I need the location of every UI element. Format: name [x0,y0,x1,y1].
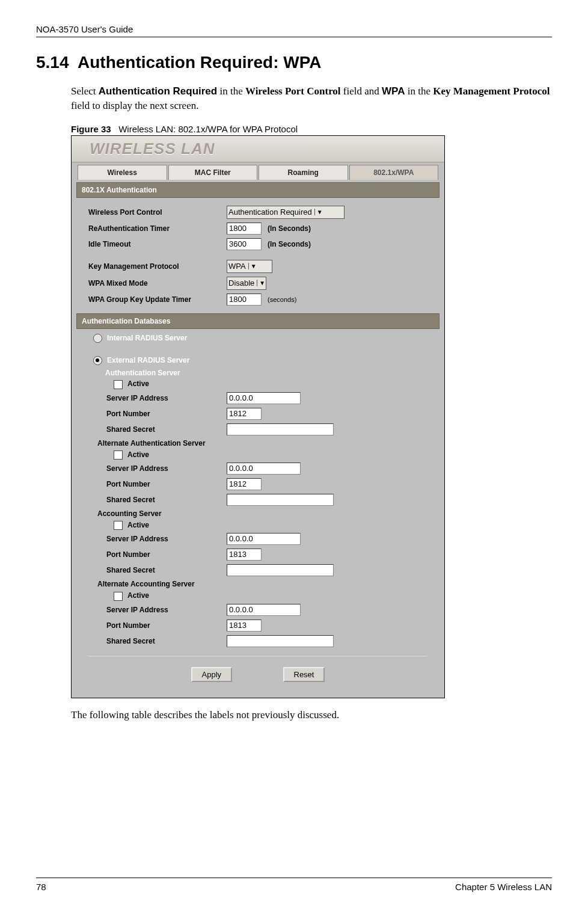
lbl-wpc: Wireless Port Control [76,208,227,217]
figure-label: Figure 33 [71,124,111,134]
t: Select [71,85,99,97]
section-hdr-8021x-auth: 802.1X Authentication [76,182,439,198]
lbl-auth-secret: Shared Secret [76,425,227,434]
heading-acct-server: Accounting Server [76,509,338,518]
radio-label: External RADIUS Server [107,356,189,364]
lbl-altauth-secret: Shared Secret [76,496,227,504]
unit-seconds: (In Seconds) [268,224,311,233]
t: in the [217,85,245,97]
figure-caption: Figure 33 Wireless LAN: 802.1x/WPA for W… [71,124,552,134]
tab-bar: Wireless MAC Filter Roaming 802.1x/WPA [72,162,444,180]
tab-8021x-wpa[interactable]: 802.1x/WPA [349,165,439,180]
input-auth-port[interactable]: 1812 [227,408,262,420]
checkbox-icon [114,450,123,460]
chevron-down-icon: ▼ [314,209,325,215]
input-altacct-ip[interactable]: 0.0.0.0 [227,604,301,616]
button-bar: Apply Reset [76,662,439,690]
lbl-auth-port: Port Number [76,410,227,418]
input-acct-port[interactable]: 1813 [227,549,262,561]
chevron-down-icon: ▼ [248,263,259,269]
divider [88,655,427,656]
unit-seconds: (In Seconds) [268,240,311,248]
section-heading: 5.14 Authentication Required: WPA [36,53,552,72]
lbl-kmp: Key Management Protocol [76,262,227,271]
input-altauth-secret[interactable] [227,494,334,506]
apply-button[interactable]: Apply [191,667,233,682]
t: in the [405,85,433,97]
section-title: Authentication Required: WPA [78,53,321,72]
row-group-key-timer: WPA Group Key Update Timer 1800 (seconds… [76,292,439,307]
input-acct-ip[interactable]: 0.0.0.0 [227,533,301,545]
figure-text: Wireless LAN: 802.1x/WPA for WPA Protoco… [118,124,298,134]
row-wpa-mixed: WPA Mixed Mode Disable▼ [76,275,439,292]
section-number: 5.14 [36,53,69,72]
input-altacct-secret[interactable] [227,635,334,647]
lbl-altauth-ip: Server IP Address [76,464,227,473]
lbl-acct-secret: Shared Secret [76,566,227,574]
select-kmp[interactable]: WPA▼ [227,260,272,273]
check-label: Active [127,521,149,529]
check-label: Active [127,591,149,600]
page-footer: 78 Chapter 5 Wireless LAN [36,878,552,892]
select-value: Disable [228,278,254,287]
select-mixed[interactable]: Disable▼ [227,277,266,290]
lbl-acct-port: Port Number [76,550,227,559]
input-gkt[interactable]: 1800 [227,294,262,306]
input-idle[interactable]: 3600 [227,238,262,250]
lbl-altacct-secret: Shared Secret [76,637,227,645]
select-wpc[interactable]: Authentication Required▼ [227,206,345,219]
radio-icon [93,334,102,343]
t: field to display the next screen. [71,100,198,111]
reset-button[interactable]: Reset [283,667,325,682]
select-value: Authentication Required [228,208,312,217]
t: WPA [382,85,405,97]
lbl-auth-ip: Server IP Address [76,394,227,402]
input-auth-ip[interactable]: 0.0.0.0 [227,392,301,404]
input-altauth-ip[interactable]: 0.0.0.0 [227,463,301,475]
radio-label: Internal RADIUS Server [107,334,187,342]
chevron-down-icon: ▼ [257,280,267,286]
screenshot-title: WIRELESS LAN [72,136,444,162]
heading-auth-server: Authentication Server [76,367,439,378]
section-hdr-auth-db: Authentication Databases [76,313,439,329]
check-altacct-active[interactable]: Active [76,590,439,601]
t: Wireless Port Control [245,85,341,97]
page-number: 78 [36,882,46,892]
t: Authentication Required [99,85,217,97]
heading-alt-acct-server: Alternate Accounting Server [76,580,338,588]
input-acct-secret[interactable] [227,564,334,576]
check-altauth-active[interactable]: Active [76,449,439,461]
tab-roaming[interactable]: Roaming [259,165,348,180]
select-value: WPA [228,262,246,271]
lbl-altauth-port: Port Number [76,480,227,488]
chapter-label: Chapter 5 Wireless LAN [455,882,552,892]
input-auth-secret[interactable] [227,423,334,435]
checkbox-icon [114,521,123,530]
t: field and [341,85,382,97]
unit-seconds-small: (seconds) [268,296,296,303]
doc-header: NOA-3570 User's Guide [36,24,552,37]
lbl-mixed: WPA Mixed Mode [76,279,227,287]
input-altacct-port[interactable]: 1813 [227,620,262,632]
check-auth-active[interactable]: Active [76,378,439,390]
row-wireless-port-control: Wireless Port Control Authentication Req… [76,204,439,221]
outro-text: The following table describes the labels… [71,708,552,722]
lbl-gkt: WPA Group Key Update Timer [76,295,227,304]
lbl-altacct-port: Port Number [76,621,227,630]
tab-wireless[interactable]: Wireless [78,165,167,180]
input-reauth[interactable]: 1800 [227,223,262,235]
radio-icon [93,356,102,365]
lbl-altacct-ip: Server IP Address [76,606,227,614]
intro-text: Select Authentication Required in the Wi… [71,84,552,113]
lbl-acct-ip: Server IP Address [76,535,227,543]
check-label: Active [127,380,149,388]
row-kmp: Key Management Protocol WPA▼ [76,258,439,275]
input-altauth-port[interactable]: 1812 [227,478,262,490]
radio-internal-radius[interactable]: Internal RADIUS Server [76,329,439,345]
screenshot-wireless-lan: WIRELESS LAN Wireless MAC Filter Roaming… [71,135,445,698]
tab-mac-filter[interactable]: MAC Filter [168,165,258,180]
lbl-idle: Idle Timeout [76,240,227,248]
heading-alt-auth-server: Alternate Authentication Server [76,439,338,447]
radio-external-radius[interactable]: External RADIUS Server [76,351,439,367]
check-acct-active[interactable]: Active [76,520,439,531]
